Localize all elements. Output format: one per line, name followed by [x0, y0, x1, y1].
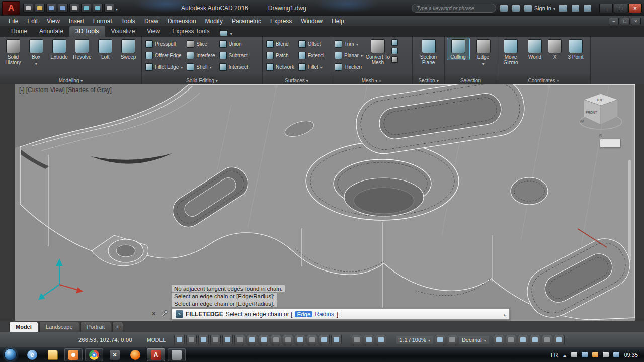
panel-label-selection[interactable]: Selection	[445, 76, 497, 84]
qat-customize-caret-icon[interactable]	[116, 4, 118, 13]
application-menu-button[interactable]	[2, 1, 20, 15]
dynamic-input-icon[interactable]	[331, 335, 342, 344]
dynamic-ucs-icon[interactable]	[319, 335, 330, 344]
language-indicator[interactable]: FR	[551, 352, 558, 358]
save-icon[interactable]	[46, 4, 56, 13]
show-hidden-icons-icon[interactable]	[563, 352, 567, 358]
command-option-edge[interactable]: Edge	[295, 311, 312, 317]
selection-filter-icon[interactable]	[364, 335, 374, 344]
union-button[interactable]: Union	[218, 38, 250, 50]
sign-in-button[interactable]: Sign In	[524, 5, 555, 12]
search-input[interactable]	[412, 4, 496, 13]
smooth-object-icon[interactable]	[391, 56, 398, 63]
menu-view[interactable]: View	[42, 17, 64, 26]
redo-icon[interactable]	[93, 4, 103, 13]
search-icon[interactable]	[500, 5, 508, 12]
layout-tab-landscape[interactable]: Landscape	[39, 322, 79, 332]
menu-draw[interactable]: Draw	[140, 17, 163, 26]
section-plane-button[interactable]: Section Plane	[416, 38, 442, 65]
object-snap-icon[interactable]	[259, 335, 269, 344]
convert-to-mesh-button[interactable]: Convert To Mesh	[365, 38, 390, 65]
taskbar-firefox[interactable]	[126, 348, 144, 361]
drawing-restore-button[interactable]	[620, 18, 630, 25]
snap-mode-icon[interactable]	[186, 335, 197, 344]
menu-express[interactable]: Express	[266, 17, 296, 26]
clock[interactable]: 09:35	[624, 352, 638, 358]
help-icon[interactable]	[583, 5, 592, 12]
keyboard-tray-icon[interactable]	[571, 352, 577, 357]
tab-express-tools[interactable]: Express Tools	[166, 26, 215, 37]
undo-icon[interactable]	[81, 4, 91, 13]
infer-constraints-icon[interactable]	[174, 335, 185, 344]
command-input[interactable]: FILLETEDGE Select an edge chain or [ Edg…	[172, 308, 510, 320]
surface-fillet-button[interactable]: Fillet	[297, 61, 325, 73]
slice-button[interactable]: Slice	[185, 38, 216, 50]
sweep-button[interactable]: Sweep	[117, 38, 139, 60]
taskbar-media-player[interactable]	[64, 348, 83, 361]
taskbar-app-gray[interactable]	[168, 348, 186, 361]
menu-modify[interactable]: Modify	[201, 17, 227, 26]
intersect-button[interactable]: Intersect	[218, 61, 250, 73]
fillet-edge-button[interactable]: Fillet Edge	[144, 61, 184, 73]
tab-annotate[interactable]: Annotate	[33, 26, 69, 37]
blend-button[interactable]: Blend	[265, 38, 296, 50]
layout-tab-portrait[interactable]: Portrait	[80, 322, 111, 332]
annotation-scale-control[interactable]: 1:1 / 100%	[396, 336, 433, 344]
menu-help[interactable]: Help	[327, 17, 349, 26]
box-button[interactable]: Box	[25, 38, 47, 67]
ucs-3point-button[interactable]: 3 Point	[565, 38, 587, 60]
command-customize-wrench-icon[interactable]	[160, 310, 168, 317]
grid-display-icon[interactable]	[198, 335, 209, 344]
revolve-button[interactable]: Revolve	[71, 38, 93, 60]
drawing-minimize-button[interactable]	[609, 18, 619, 25]
polar-tracking-icon[interactable]	[222, 335, 233, 344]
menu-dimension[interactable]: Dimension	[163, 17, 201, 26]
model-space-label[interactable]: MODEL	[147, 337, 166, 343]
surface-extend-button[interactable]: Extend	[297, 50, 325, 61]
volume-tray-icon[interactable]	[603, 352, 609, 357]
interfere-button[interactable]: Interfere	[185, 50, 216, 61]
thicken-button[interactable]: Thicken	[333, 61, 364, 73]
menu-insert[interactable]: Insert	[64, 17, 89, 26]
menu-window[interactable]: Window	[296, 17, 327, 26]
hole-feature-right[interactable]	[511, 177, 548, 205]
clean-screen-icon[interactable]	[542, 335, 552, 344]
subtract-button[interactable]: Subtract	[218, 50, 250, 61]
display-tray-icon[interactable]	[582, 352, 588, 357]
annotation-monitor-icon[interactable]	[506, 335, 516, 344]
menu-parametric[interactable]: Parametric	[227, 17, 266, 26]
panel-label-surfaces[interactable]: Surfaces	[263, 76, 331, 84]
gizmo-icon[interactable]	[376, 335, 386, 344]
offset-edge-button[interactable]: Offset Edge	[144, 50, 184, 61]
open-file-icon[interactable]	[35, 4, 45, 13]
isolate-objects-icon[interactable]	[518, 335, 528, 344]
object-snap-tracking-icon[interactable]	[247, 335, 257, 344]
tab-home[interactable]: Home	[5, 26, 33, 37]
trim-button[interactable]: Trim	[333, 38, 364, 50]
viewport-menu-control[interactable]: [-]	[19, 86, 25, 94]
patch-button[interactable]: Patch	[265, 50, 296, 61]
world-ucs-button[interactable]: World	[524, 38, 545, 60]
exchange-apps-icon[interactable]	[559, 5, 568, 12]
ortho-mode-icon[interactable]	[210, 335, 221, 344]
new-file-icon[interactable]	[23, 4, 33, 13]
annotation-visibility-icon[interactable]	[435, 335, 445, 344]
command-option-radius[interactable]: Radius	[315, 311, 334, 318]
plot-icon[interactable]	[69, 4, 79, 13]
smooth-less-icon[interactable]	[391, 48, 398, 54]
ribbon-style-icon[interactable]	[220, 30, 228, 36]
save-as-icon[interactable]	[58, 4, 68, 13]
taskbar-chrome[interactable]	[85, 348, 103, 361]
tab-visualize[interactable]: Visualize	[105, 26, 141, 37]
drawing-viewport[interactable]: [-] [Custom View] [Shades of Gray] W S T…	[15, 84, 635, 321]
menu-format[interactable]: Format	[89, 17, 117, 26]
drawing-close-button[interactable]	[631, 18, 641, 25]
solid-history-button[interactable]: Solid History	[2, 38, 24, 65]
close-button[interactable]	[628, 4, 642, 13]
workspace-switching-icon[interactable]	[494, 335, 504, 344]
ucs-x-button[interactable]: X	[547, 38, 562, 60]
move-gizmo-button[interactable]: Move Gizmo	[499, 38, 522, 65]
recent-commands-icon[interactable]	[503, 311, 506, 318]
command-close-icon[interactable]	[152, 310, 156, 317]
selection-cycling-icon[interactable]	[295, 335, 305, 344]
